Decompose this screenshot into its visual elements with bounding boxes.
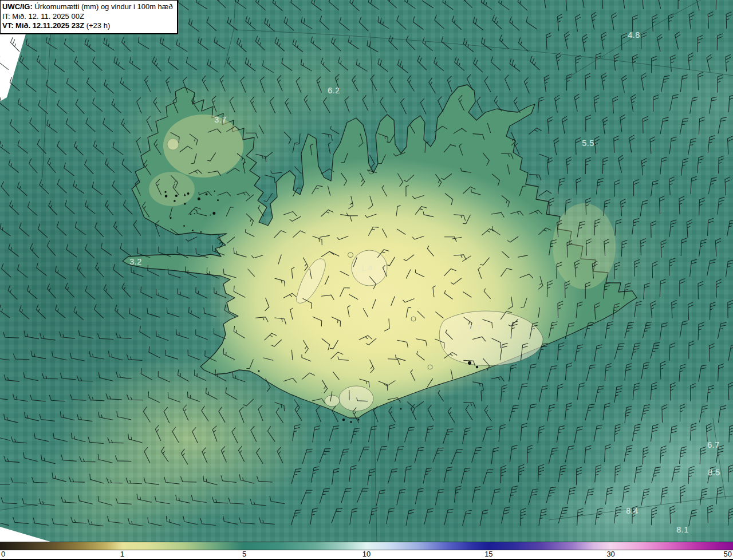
colorbar-gradient bbox=[0, 542, 733, 550]
island-speck bbox=[194, 213, 195, 214]
colorbar-tick-label: 1 bbox=[120, 550, 124, 558]
weather-map-screenshot: 4.86.23.75.53.21.40.71.36.78.58.48.1 UWC… bbox=[0, 0, 733, 560]
island-speck bbox=[184, 195, 186, 196]
island-speck bbox=[165, 195, 168, 198]
colorbar-tick-label: 5 bbox=[242, 550, 246, 558]
colorbar-tick-label: 15 bbox=[484, 550, 492, 558]
island-speck bbox=[400, 408, 402, 410]
island-speck bbox=[350, 421, 352, 423]
title-line-2: IT: Mið. 12. 11. 2025 00Z bbox=[2, 12, 173, 22]
island-speck bbox=[175, 195, 178, 197]
island-speck bbox=[214, 191, 215, 192]
colorbar-labels: 01510153050 bbox=[0, 550, 733, 559]
colorbar: 01510153050 bbox=[0, 542, 733, 560]
island-speck bbox=[164, 191, 166, 193]
island-speck bbox=[187, 192, 190, 195]
title-line-1: UWC/IG: Úrkomumætti (mm) og vindur i 100… bbox=[2, 2, 173, 12]
title-line-3: VT: Mið. 12.11.2025 23Z (+23 h) bbox=[2, 21, 173, 31]
island-speck bbox=[258, 370, 260, 372]
island-speck bbox=[200, 231, 202, 233]
island-speck bbox=[174, 200, 176, 202]
island-speck bbox=[217, 199, 219, 201]
colorbar-tick-label: 10 bbox=[362, 550, 371, 558]
island-speck bbox=[476, 366, 478, 368]
island-speck bbox=[198, 198, 200, 200]
island-speck bbox=[183, 225, 185, 227]
colorbar-tick-label: 50 bbox=[724, 550, 732, 558]
island-speck bbox=[184, 194, 186, 195]
map-overlay bbox=[0, 0, 733, 542]
island-speck bbox=[192, 230, 194, 231]
island-speck bbox=[190, 214, 191, 215]
island-speck bbox=[184, 203, 186, 205]
title-box: UWC/IG: Úrkomumætti (mm) og vindur i 100… bbox=[0, 0, 178, 34]
colorbar-tick-label: 0 bbox=[1, 550, 5, 558]
island-speck bbox=[198, 192, 199, 194]
island-speck bbox=[170, 217, 171, 219]
island-speck bbox=[342, 419, 345, 421]
colorbar-tick-label: 30 bbox=[606, 550, 614, 558]
island-speck bbox=[357, 419, 359, 420]
island-speck bbox=[212, 212, 215, 215]
island-speck bbox=[210, 215, 211, 216]
island-speck bbox=[206, 194, 208, 196]
island-speck bbox=[468, 361, 471, 365]
